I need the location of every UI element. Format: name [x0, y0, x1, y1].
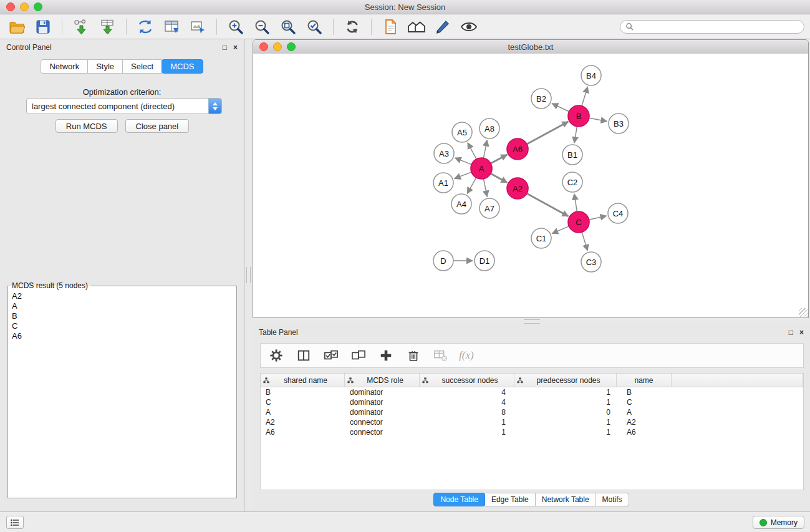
- network-window-titlebar[interactable]: testGlobe.txt: [253, 40, 808, 54]
- show-columns-button[interactable]: [294, 346, 313, 365]
- graph-edge-B-B4[interactable]: [582, 87, 588, 107]
- graph-node-C3[interactable]: C3: [581, 252, 601, 272]
- tab-select[interactable]: Select: [122, 59, 162, 74]
- show-graphics-button[interactable]: [456, 16, 482, 37]
- result-list-item[interactable]: A2: [8, 291, 236, 301]
- table-row[interactable]: B dominator 4 1 B: [261, 387, 803, 397]
- column-header-successor-nodes[interactable]: successor nodes: [420, 374, 514, 387]
- task-history-button[interactable]: [6, 516, 24, 529]
- home-button[interactable]: [403, 16, 430, 37]
- cell-successor-nodes[interactable]: 4: [420, 388, 514, 397]
- cell-predecessor-nodes[interactable]: 1: [514, 428, 617, 437]
- graph-node-C2[interactable]: C2: [562, 172, 582, 192]
- search-input[interactable]: [637, 22, 799, 32]
- graph-edge-C-C2[interactable]: [574, 194, 577, 212]
- close-window-button[interactable]: [6, 2, 15, 11]
- graph-node-A7[interactable]: A7: [480, 198, 499, 218]
- run-mcds-button[interactable]: Run MCDS: [55, 119, 118, 133]
- graph-edge-A6-B[interactable]: [526, 122, 568, 144]
- table-row[interactable]: A dominator 8 0 A: [261, 407, 803, 417]
- cell-mcds-role[interactable]: dominator: [345, 388, 420, 397]
- cell-shared-name[interactable]: A6: [261, 428, 345, 437]
- horizontal-splitter-handle[interactable]: [524, 319, 540, 324]
- refresh-button[interactable]: [339, 16, 365, 37]
- cell-successor-nodes[interactable]: 4: [420, 398, 514, 407]
- graph-node-A[interactable]: A: [471, 158, 492, 179]
- export-image-button[interactable]: [185, 16, 211, 37]
- graph-node-D[interactable]: D: [433, 251, 453, 271]
- graph-node-B[interactable]: B: [568, 105, 589, 127]
- cell-predecessor-nodes[interactable]: 0: [514, 408, 617, 417]
- toolbar-search[interactable]: [620, 20, 804, 34]
- delete-column-button[interactable]: [404, 346, 423, 365]
- memory-button[interactable]: Memory: [753, 516, 804, 529]
- graph-node-B4[interactable]: B4: [581, 65, 601, 85]
- graph-node-C1[interactable]: C1: [531, 228, 551, 248]
- app-titlebar[interactable]: Session: New Session: [0, 0, 810, 14]
- graph-edge-A-A5[interactable]: [468, 143, 477, 160]
- tab-motifs[interactable]: Motifs: [595, 493, 629, 506]
- cell-name[interactable]: A6: [617, 428, 672, 437]
- minimize-window-button[interactable]: [20, 2, 29, 11]
- cell-shared-name[interactable]: B: [261, 388, 345, 397]
- graph-node-B3[interactable]: B3: [609, 114, 629, 133]
- clone-network-button[interactable]: [132, 16, 158, 37]
- cell-predecessor-nodes[interactable]: 1: [514, 388, 617, 397]
- column-header-name[interactable]: name: [617, 374, 672, 387]
- graph-edge-A-A8[interactable]: [483, 140, 487, 159]
- result-list-item[interactable]: A: [8, 301, 236, 311]
- column-header-predecessor-nodes[interactable]: predecessor nodes: [514, 374, 617, 387]
- graph-node-B1[interactable]: B1: [562, 145, 582, 165]
- graph-node-B2[interactable]: B2: [531, 89, 551, 109]
- tab-network-table[interactable]: Network Table: [535, 493, 596, 506]
- open-session-button[interactable]: [4, 16, 30, 37]
- minimize-window-button[interactable]: [273, 42, 282, 51]
- zoom-in-button[interactable]: [223, 16, 249, 37]
- zoom-selected-button[interactable]: [301, 16, 327, 37]
- result-list-item[interactable]: B: [8, 311, 236, 321]
- import-table-button[interactable]: [94, 16, 120, 37]
- tab-mcds[interactable]: MCDS: [162, 59, 203, 74]
- function-builder-button[interactable]: f(x): [459, 349, 474, 362]
- cell-shared-name[interactable]: C: [261, 398, 345, 407]
- graph-edge-A-A6[interactable]: [490, 155, 507, 164]
- tab-style[interactable]: Style: [87, 59, 123, 74]
- cell-name[interactable]: B: [617, 388, 672, 397]
- cell-successor-nodes[interactable]: 1: [420, 428, 514, 437]
- save-session-button[interactable]: [30, 16, 56, 37]
- graph-edge-A-A1[interactable]: [455, 172, 472, 179]
- tab-network[interactable]: Network: [41, 59, 88, 74]
- cell-mcds-role[interactable]: connector: [345, 418, 420, 427]
- dropdown-stepper-icon[interactable]: [208, 99, 221, 114]
- graph-node-A2[interactable]: A2: [507, 178, 528, 199]
- graph-edge-A-A7[interactable]: [483, 178, 487, 197]
- table-settings-button[interactable]: [267, 346, 286, 365]
- graph-node-A4[interactable]: A4: [451, 194, 471, 214]
- table-row[interactable]: C dominator 4 1 C: [261, 397, 803, 407]
- cell-successor-nodes[interactable]: 8: [420, 408, 514, 417]
- result-list-item[interactable]: C: [8, 321, 236, 331]
- close-panel-icon[interactable]: ×: [233, 44, 238, 51]
- cell-mcds-role[interactable]: connector: [345, 428, 420, 437]
- deselect-all-button[interactable]: [349, 346, 368, 365]
- cell-name[interactable]: C: [617, 398, 672, 407]
- graph-node-A5[interactable]: A5: [452, 122, 472, 142]
- graph-edge-A-A3[interactable]: [455, 158, 473, 165]
- export-document-button[interactable]: [377, 16, 403, 37]
- window-resize-grip[interactable]: [799, 308, 808, 317]
- clear-table-button[interactable]: [432, 346, 450, 365]
- graph-edge-B-B2[interactable]: [552, 104, 569, 112]
- network-canvas[interactable]: B4B2BB3A5A8A6B1A3AA1A2C2A4A7C4CC1C3DD1: [253, 54, 808, 317]
- graph-node-C4[interactable]: C4: [608, 203, 628, 223]
- cell-name[interactable]: A: [617, 408, 672, 417]
- graph-node-C[interactable]: C: [568, 211, 589, 233]
- column-header-shared-name[interactable]: shared name: [261, 374, 345, 387]
- new-table-column-button[interactable]: [158, 16, 185, 37]
- cell-shared-name[interactable]: A: [261, 408, 345, 417]
- graph-edge-C-C1[interactable]: [552, 226, 569, 233]
- column-header-mcds-role[interactable]: MCDS role: [345, 374, 420, 387]
- cell-mcds-role[interactable]: dominator: [345, 408, 420, 417]
- close-panel-icon[interactable]: ×: [799, 329, 804, 336]
- close-panel-button[interactable]: Close panel: [125, 119, 190, 133]
- cell-name[interactable]: A2: [617, 418, 672, 427]
